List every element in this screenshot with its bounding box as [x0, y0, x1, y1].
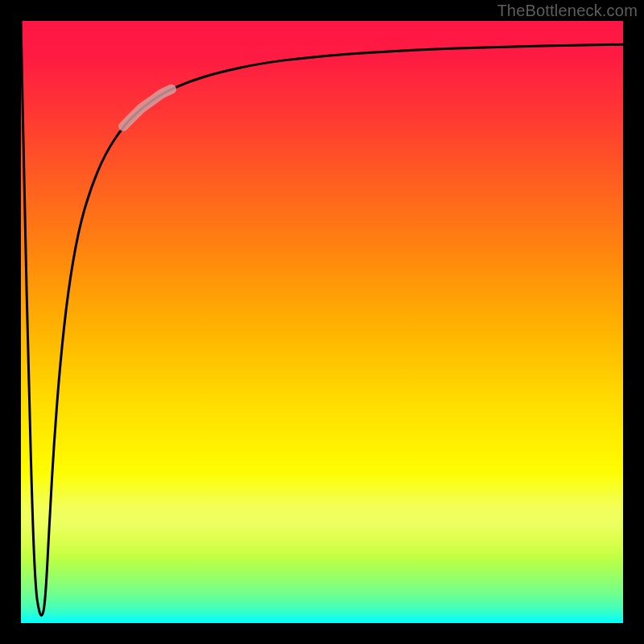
- curve-svg: [21, 21, 623, 623]
- bottleneck-curve-path: [21, 21, 623, 616]
- watermark-text: TheBottleneck.com: [497, 2, 638, 20]
- plot-area: [21, 21, 623, 623]
- curve-highlight-segment: [123, 89, 171, 126]
- chart-frame: TheBottleneck.com: [0, 0, 644, 644]
